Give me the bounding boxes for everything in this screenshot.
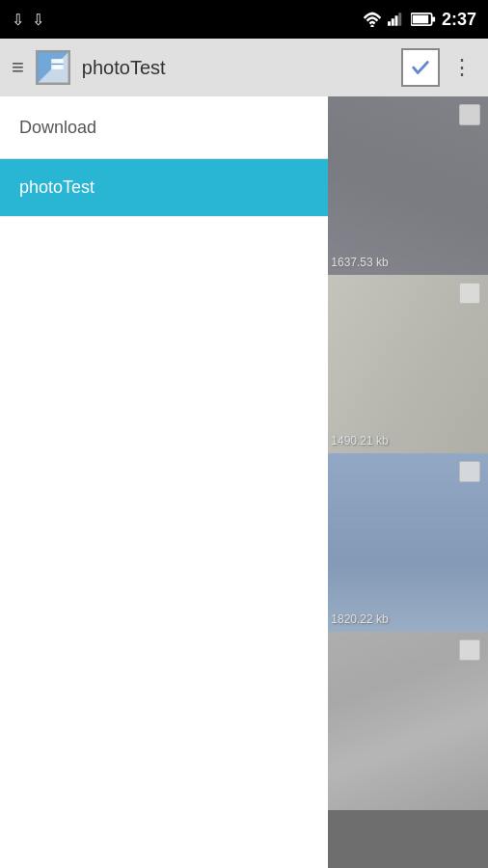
- signal-icon: [388, 12, 405, 27]
- download-indicator-1: ⇩: [12, 11, 24, 29]
- app-bar-title: photoTest: [82, 57, 390, 79]
- hamburger-button[interactable]: ≡: [12, 55, 24, 80]
- status-bar-right: 2:37: [363, 10, 476, 30]
- status-time: 2:37: [442, 10, 476, 30]
- battery-icon: [411, 13, 436, 26]
- app-icon: [36, 50, 70, 85]
- drawer-download-label: Download: [19, 118, 96, 138]
- svg-rect-7: [432, 16, 435, 21]
- status-bar-left: ⇩ ⇩: [12, 11, 44, 29]
- svg-rect-4: [398, 13, 401, 26]
- status-bar: ⇩ ⇩ 2:37: [0, 0, 488, 39]
- main-content: 1261.61 kb 1009.88 kb 1637.53 kb 1778.02…: [0, 96, 488, 868]
- overflow-menu-button[interactable]: ⋮: [447, 51, 476, 84]
- svg-rect-3: [394, 15, 397, 26]
- drawer-item-download[interactable]: Download: [0, 96, 328, 159]
- checkmark-button[interactable]: [401, 48, 440, 87]
- drawer-phototest-label: photoTest: [19, 177, 95, 198]
- drawer-item-phototest[interactable]: photoTest: [0, 159, 328, 217]
- svg-rect-1: [388, 21, 391, 26]
- navigation-drawer: Download photoTest: [0, 96, 328, 868]
- download-indicator-2: ⇩: [32, 11, 44, 29]
- app-bar-actions: ⋮: [401, 48, 476, 87]
- app-bar: ≡ photoTest ⋮: [0, 39, 488, 96]
- svg-point-0: [370, 25, 373, 27]
- wifi-icon: [363, 12, 382, 27]
- svg-rect-6: [413, 15, 428, 24]
- svg-rect-2: [392, 18, 394, 26]
